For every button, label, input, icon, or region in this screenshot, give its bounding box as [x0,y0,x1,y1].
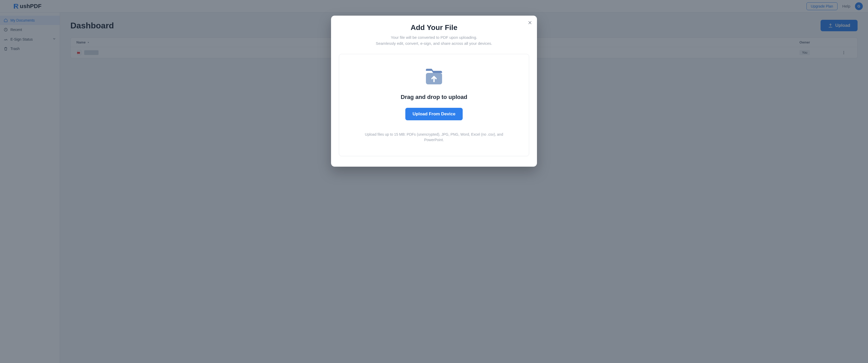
modal-subtitle-line1: Your file will be converted to PDF upon … [391,35,477,40]
modal-close-button[interactable] [528,20,532,26]
modal-subtitle-line2: Seamlessly edit, convert, e-sign, and sh… [376,41,492,45]
modal-subtitle: Your file will be converted to PDF upon … [339,34,529,46]
close-icon [528,20,532,25]
dropzone-heading: Drag and drop to upload [349,94,519,100]
dropzone[interactable]: Drag and drop to upload Upload From Devi… [339,54,529,156]
modal-title: Add Your File [339,24,529,32]
modal-overlay[interactable]: Add Your File Your file will be converte… [0,0,868,363]
dropzone-hint: Upload files up to 15 MB: PDFs (unencryp… [357,132,511,143]
upload-from-device-button[interactable]: Upload From Device [405,108,463,120]
add-file-modal: Add Your File Your file will be converte… [331,15,537,167]
upload-folder-icon [424,67,444,87]
